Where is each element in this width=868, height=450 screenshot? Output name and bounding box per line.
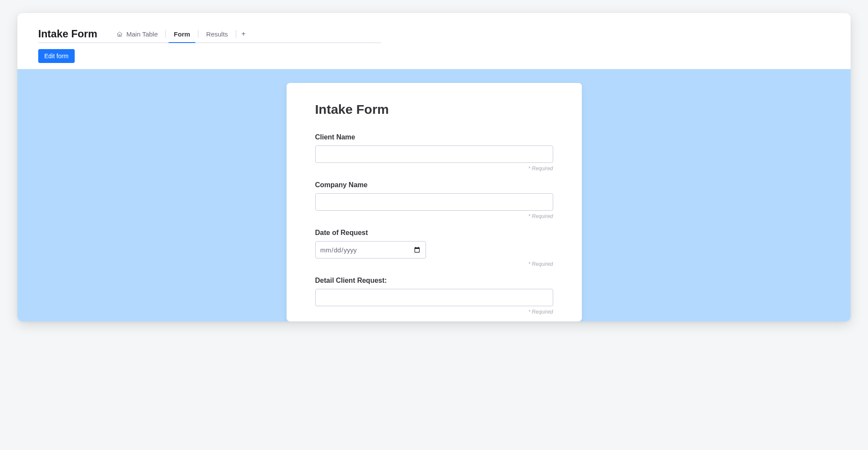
- toolbar: Edit form: [17, 43, 851, 69]
- form-canvas: Intake Form Client Name * Required Compa…: [17, 69, 851, 321]
- form-card: Intake Form Client Name * Required Compa…: [287, 83, 582, 321]
- required-hint: * Required: [315, 213, 553, 219]
- tabs: Main Table Form Results +: [109, 25, 250, 43]
- required-hint: * Required: [315, 261, 553, 267]
- tab-separator: [236, 30, 236, 38]
- field-label: Client Name: [315, 133, 553, 141]
- form-title: Intake Form: [315, 102, 553, 117]
- top-bar: Intake Form Main Table Form Results: [17, 13, 851, 43]
- field-label: Company Name: [315, 181, 553, 189]
- tab-label: Results: [206, 30, 228, 38]
- app-card: Intake Form Main Table Form Results: [17, 13, 851, 321]
- client-name-input[interactable]: [315, 146, 553, 163]
- field-detail-client-request: Detail Client Request: * Required: [315, 277, 553, 315]
- field-label: Detail Client Request:: [315, 277, 553, 285]
- tab-form[interactable]: Form: [167, 25, 197, 43]
- tab-separator: [165, 30, 166, 38]
- tab-results[interactable]: Results: [199, 25, 235, 43]
- required-hint: * Required: [315, 309, 553, 315]
- title-row: Intake Form Main Table Form Results: [38, 25, 830, 43]
- field-label: Date of Request: [315, 229, 553, 237]
- add-tab-button[interactable]: +: [237, 25, 250, 43]
- company-name-input[interactable]: [315, 193, 553, 211]
- tab-separator: [198, 30, 198, 38]
- date-of-request-input[interactable]: [315, 241, 426, 258]
- field-client-name: Client Name * Required: [315, 133, 553, 172]
- tab-label: Main Table: [126, 30, 158, 38]
- tab-label: Form: [174, 30, 190, 38]
- tab-main-table[interactable]: Main Table: [109, 25, 165, 43]
- home-icon: [116, 31, 123, 37]
- page-title: Intake Form: [38, 28, 97, 40]
- detail-client-request-input[interactable]: [315, 289, 553, 306]
- field-company-name: Company Name * Required: [315, 181, 553, 219]
- required-hint: * Required: [315, 165, 553, 172]
- edit-form-button[interactable]: Edit form: [38, 49, 75, 63]
- field-date-of-request: Date of Request * Required: [315, 229, 553, 267]
